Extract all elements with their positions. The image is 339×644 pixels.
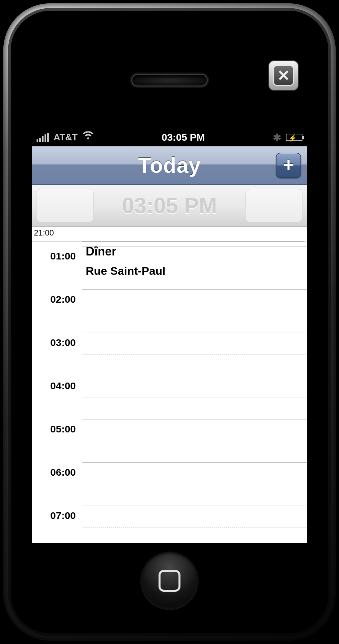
- hour-label: 01:00: [32, 246, 78, 289]
- hour-row[interactable]: [82, 246, 307, 289]
- bluetooth-icon: ✱: [273, 132, 281, 143]
- hour-label: 02:00: [32, 289, 78, 333]
- hour-label: 05:00: [32, 419, 78, 462]
- close-overlay-button[interactable]: ✕: [269, 61, 298, 90]
- device-frame-outer: ✕ AT&T 03:05 PM ✱: [3, 3, 336, 641]
- nav-title: Today: [138, 153, 201, 178]
- wifi-icon: [82, 131, 94, 142]
- sub-header: 03:05 PM: [32, 185, 307, 227]
- earpiece-speaker: [131, 74, 208, 86]
- hour-row[interactable]: [82, 506, 307, 543]
- add-event-button[interactable]: +: [276, 153, 301, 178]
- event-start-time: 21:00: [32, 227, 68, 238]
- hour-label: 06:00: [32, 462, 78, 506]
- all-day-strip: 21:00: [32, 227, 307, 242]
- status-left: AT&T: [37, 132, 94, 143]
- screen: AT&T 03:05 PM ✱ ⚡ Today +: [32, 128, 307, 543]
- agenda-view[interactable]: 21:00 Dîner Rue Saint-Paul 01:00 02:00 0…: [32, 227, 307, 543]
- hour-grid: [82, 242, 307, 543]
- hour-label: 03:00: [32, 333, 78, 376]
- hour-row[interactable]: [82, 462, 307, 506]
- hour-label: 07:00: [32, 506, 78, 543]
- battery-icon: ⚡: [286, 134, 302, 141]
- hour-row[interactable]: [82, 289, 307, 333]
- carrier-label: AT&T: [54, 132, 78, 143]
- hour-row[interactable]: [82, 376, 307, 419]
- device-frame-mid: ✕ AT&T 03:05 PM ✱: [8, 8, 331, 636]
- status-time: 03:05 PM: [94, 132, 273, 143]
- time-column: 01:00 02:00 03:00 04:00 05:00 06:00 07:0…: [32, 246, 78, 543]
- home-icon: [159, 570, 180, 592]
- hour-row[interactable]: [82, 333, 307, 376]
- status-right: ✱ ⚡: [273, 132, 302, 143]
- sub-header-time: 03:05 PM: [122, 193, 217, 218]
- device-frame-inner: ✕ AT&T 03:05 PM ✱: [11, 11, 328, 633]
- close-icon: ✕: [273, 65, 294, 86]
- nav-bar: Today +: [32, 146, 307, 185]
- status-bar: AT&T 03:05 PM ✱ ⚡: [32, 128, 307, 146]
- hour-label: 04:00: [32, 376, 78, 419]
- home-button[interactable]: [140, 552, 199, 610]
- signal-icon: [37, 133, 49, 142]
- hour-row[interactable]: [82, 419, 307, 462]
